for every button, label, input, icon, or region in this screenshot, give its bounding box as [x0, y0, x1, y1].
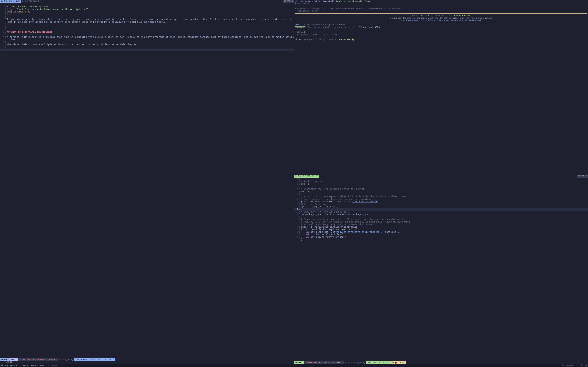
- localhost-url[interactable]: http://localhost:3000/: [352, 26, 381, 29]
- left-editor-body[interactable]: 1---2title: 'Master the Multiplexer'3slu…: [0, 3, 294, 358]
- editor-line[interactable]: 14# Fail on errors.: [294, 180, 588, 183]
- empty-line-tilde: ~: [0, 104, 294, 107]
- tmux-clock: 2022-04-03 17:25:49: [562, 364, 587, 367]
- prompt-dirty-icon: !: [373, 0, 374, 3]
- empty-line-tilde: ~: [0, 96, 294, 99]
- left-tabline: d/0/3/index.md+ d/0/3/todo.md | buffers: [0, 0, 294, 3]
- left-editor-pane[interactable]: d/0/3/index.md+ d/0/3/todo.md | buffers …: [0, 0, 294, 364]
- branch-indicator: ⎇ feat/master-the-multiplexer!: [18, 358, 58, 361]
- editor-line[interactable]: 12: [0, 33, 294, 36]
- editor-line[interactable]: 9---: [0, 26, 294, 28]
- right-editor-pane[interactable]: s/build-samples.sh buffers 1314# Fail on…: [294, 175, 588, 364]
- check-icon: ✔ Client: [295, 31, 305, 33]
- filetype-indicator: <sh utf-8[unix]: [344, 361, 366, 364]
- editor-line[interactable]: 6: [0, 16, 294, 18]
- tmux-window-2[interactable]: 2 manuscript-: [45, 364, 65, 367]
- right-tabline: s/build-samples.sh buffers: [294, 175, 588, 178]
- empty-line-tilde: ~: [0, 112, 294, 114]
- mode-indicator: NORMAL: [294, 361, 304, 364]
- editor-line[interactable]: 17# Uncomment the line below to trace th…: [294, 188, 588, 190]
- editor-line[interactable]: 26# Copy over the version identifier.: [294, 211, 588, 213]
- editor-line[interactable]: 13A terminal multiplexer is a program th…: [0, 36, 294, 41]
- tab-build-samples[interactable]: s/build-samples.sh: [294, 175, 319, 178]
- tmux-statusbar: effective-shell 1:website-and-repo* 2 ma…: [0, 364, 588, 367]
- empty-line-tilde: ~: [0, 84, 294, 86]
- editor-line[interactable]: 37): [294, 238, 588, 241]
- editor-line[interactable]: 25: [294, 208, 588, 210]
- editor-line[interactable]: 33( cd ./artifacts/samples/repositories …: [294, 228, 588, 231]
- empty-line-tilde: ~: [0, 69, 294, 71]
- encoding-indicator: <tf-8[unix]: [58, 358, 74, 361]
- term-output-line: > effective-shell@0.21.3 start /Users/dw…: [295, 8, 587, 10]
- branch-indicator: ⎇ feat/master-the-multiplexer!: [304, 361, 344, 364]
- empty-line-tilde: ~: [0, 89, 294, 91]
- buffers-label[interactable]: buffers: [577, 175, 588, 178]
- empty-line-tilde: ~: [0, 79, 294, 81]
- empty-line-tilde: ~: [0, 109, 294, 111]
- editor-line[interactable]: 4chapterNumber: 31: [0, 11, 294, 13]
- editor-line[interactable]: 28: [294, 216, 588, 218]
- empty-line-tilde: ~: [0, 54, 294, 56]
- empty-line-tilde: ~: [0, 61, 294, 64]
- editor-line[interactable]: 30# remotes (i.e. for the chapter on get…: [294, 221, 588, 223]
- editor-line[interactable]: 18set -x: [294, 191, 588, 193]
- spell-indicator: SPELL: [10, 358, 18, 361]
- empty-line-tilde: ~: [0, 99, 294, 101]
- editor-line[interactable]: 10: [0, 28, 294, 31]
- editor-line[interactable]: 31# a local repository only) we just rem…: [294, 223, 588, 226]
- empty-line-tilde: ~: [0, 51, 294, 53]
- empty-line-tilde: ~: [0, 76, 294, 79]
- editor-line[interactable]: 2title: 'Master the Multiplexer': [0, 6, 294, 8]
- term-command: npm start: [297, 3, 309, 5]
- left-statusline: INSERT SPELL ⎇ feat/master-the-multiplex…: [0, 358, 294, 361]
- empty-line-tilde: ~: [0, 66, 294, 69]
- left-cmdline: -- INSERT --: [0, 361, 294, 364]
- empty-line-tilde: ~: [0, 74, 294, 76]
- empty-line-tilde: ~: [0, 107, 294, 109]
- empty-line-tilde: ~: [0, 114, 294, 117]
- editor-line[interactable]: 17: [0, 49, 294, 51]
- buffers-label[interactable]: buffers: [283, 0, 294, 3]
- editor-line[interactable]: 22[ -d ./artifacts/samples ] && rm -rf .…: [294, 200, 588, 203]
- editor-line[interactable]: 5---: [0, 13, 294, 16]
- editor-line[interactable]: 14: [0, 41, 294, 43]
- editor-line[interactable]: 23mkdir -p ./artifacts: [294, 203, 588, 206]
- editor-line[interactable]: 13: [294, 178, 588, 180]
- editor-line[interactable]: 8: [0, 23, 294, 26]
- editor-line[interactable]: 34 && git clone git://github.com/effecti…: [294, 231, 588, 233]
- lint-warning: ■ [6]trai…: [391, 361, 406, 364]
- editor-line[interactable]: 36 && git remote remove origin \: [294, 236, 588, 238]
- prompt-path: github/dwmkerr/effective-shell: [295, 0, 335, 3]
- editor-line[interactable]: 19: [294, 193, 588, 195]
- update-notice-box: Update available 2.0.0-beta.15 → 2.0.0-b…: [295, 13, 587, 23]
- editor-line[interactable]: 1---: [0, 3, 294, 6]
- editor-line[interactable]: 7If you are regularly using a shell, the…: [0, 18, 294, 23]
- editor-line[interactable]: 15The visual below shows a multiplexer i…: [0, 43, 294, 46]
- tab-index-md[interactable]: d/0/3/index.md+: [0, 0, 21, 3]
- empty-line-tilde: ~: [0, 86, 294, 89]
- editor-line[interactable]: 3slug: '/part-6-advanced-techniques/mast…: [0, 8, 294, 11]
- empty-line-tilde: ~: [0, 117, 294, 119]
- editor-line[interactable]: 24cp -r ./samples ./artifacts: [294, 206, 588, 208]
- right-editor-body[interactable]: 1314# Fail on errors.15set -e1617# Uncom…: [294, 178, 588, 361]
- editor-line[interactable]: 20# First, trash the samples folder if i…: [294, 195, 588, 198]
- editor-line[interactable]: 16: [0, 46, 294, 49]
- tmux-window-1[interactable]: 1:website-and-repo*: [20, 364, 45, 367]
- editor-line[interactable]: 27cp package.json ./artifacts/samples/.p…: [294, 213, 588, 216]
- editor-line[interactable]: 16: [294, 185, 588, 188]
- mode-indicator: INSERT: [0, 358, 10, 361]
- tab-todo-md[interactable]: d/0/3/todo.md |: [21, 0, 42, 3]
- tmux-session-name: effective-shell: [1, 364, 20, 367]
- empty-line-tilde: ~: [0, 56, 294, 58]
- editor-line[interactable]: 29# Clone our sample repositories. If we…: [294, 218, 588, 221]
- terminal-pane[interactable]: github/dwmkerr/effective-shell feat/mast…: [294, 0, 588, 175]
- editor-line[interactable]: 21# create a new folder based on the cur…: [294, 198, 588, 200]
- right-statusline: NORMAL ⎇ feat/master-the-multiplexer! <s…: [294, 361, 588, 364]
- editor-line[interactable]: 11## What is a Terminal Multiplexer: [0, 31, 294, 33]
- empty-line-tilde: ~: [0, 71, 294, 74]
- log-success-tag: [SUCCESS]: [295, 26, 307, 29]
- position-indicator: 54% ln :25/46≡℅:1: [366, 361, 391, 364]
- editor-line[interactable]: 35 && cd chapter-27-dotfiles \: [294, 233, 588, 236]
- editor-line[interactable]: 15set -e: [294, 183, 588, 185]
- editor-line[interactable]: 32mkdir -p ./artifacts/samples/repositor…: [294, 226, 588, 228]
